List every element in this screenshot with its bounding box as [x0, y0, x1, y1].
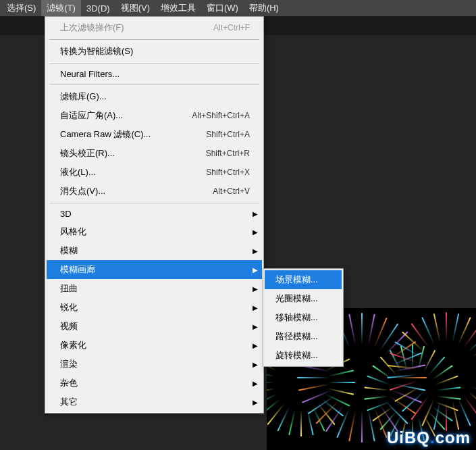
filter-menu-dropdown: 上次滤镜操作(F) Alt+Ctrl+F 转换为智能滤镜(S) Neural F… [45, 16, 264, 414]
menu-separator [49, 63, 259, 64]
menu-view[interactable]: 视图(V) [115, 0, 155, 16]
submenu-path-blur[interactable]: 路径模糊... [265, 327, 342, 346]
menu-convert-smart[interactable]: 转换为智能滤镜(S) [47, 42, 262, 61]
menu-neural-filters[interactable]: Neural Filters... [47, 66, 262, 82]
menu-last-filter: 上次滤镜操作(F) Alt+Ctrl+F [47, 18, 262, 37]
submenu-tilt-shift[interactable]: 移轴模糊... [265, 308, 342, 327]
menu-help[interactable]: 帮助(H) [244, 0, 284, 16]
menu-camera-raw[interactable]: Camera Raw 滤镜(C)... Shift+Ctrl+A [47, 125, 262, 144]
submenu-iris-blur[interactable]: 光圈模糊... [265, 289, 342, 308]
menu-3d[interactable]: 3D(D) [81, 1, 115, 16]
chevron-right-icon: ▶ [253, 399, 258, 406]
menu-liquify[interactable]: 液化(L)... Shift+Ctrl+X [47, 163, 262, 182]
chevron-right-icon: ▶ [253, 228, 258, 236]
menu-pixelate[interactable]: 像素化▶ [47, 336, 262, 355]
chevron-right-icon: ▶ [253, 247, 258, 255]
watermark: UiBQ.com [387, 428, 471, 447]
menu-separator [49, 84, 259, 85]
blur-gallery-submenu: 场景模糊... 光圈模糊... 移轴模糊... 路径模糊... 旋转模糊... [263, 268, 344, 367]
chevron-right-icon: ▶ [253, 342, 258, 349]
menu-distort[interactable]: 扭曲▶ [47, 279, 262, 298]
menu-select[interactable]: 选择(S) [1, 0, 41, 16]
menu-separator [49, 39, 259, 40]
menubar: 选择(S) 滤镜(T) 3D(D) 视图(V) 增效工具 窗口(W) 帮助(H) [0, 0, 476, 16]
menu-lens-correction[interactable]: 镜头校正(R)... Shift+Ctrl+R [47, 144, 262, 163]
chevron-right-icon: ▶ [253, 285, 258, 293]
menu-plugins[interactable]: 增效工具 [155, 0, 201, 16]
menu-blur[interactable]: 模糊▶ [47, 241, 262, 260]
menu-window[interactable]: 窗口(W) [201, 0, 244, 16]
submenu-field-blur[interactable]: 场景模糊... [265, 270, 342, 289]
chevron-right-icon: ▶ [253, 304, 258, 311]
chevron-right-icon: ▶ [253, 266, 258, 274]
menu-filter[interactable]: 滤镜(T) [41, 0, 81, 16]
menu-video[interactable]: 视频▶ [47, 317, 262, 336]
menu-sharpen[interactable]: 锐化▶ [47, 298, 262, 317]
menu-stylize[interactable]: 风格化▶ [47, 222, 262, 241]
menu-adaptive-wide[interactable]: 自适应广角(A)... Alt+Shift+Ctrl+A [47, 106, 262, 125]
menu-render[interactable]: 渲染▶ [47, 355, 262, 374]
chevron-right-icon: ▶ [253, 323, 258, 330]
menu-3d-sub[interactable]: 3D▶ [47, 205, 262, 222]
menu-blur-gallery[interactable]: 模糊画廊▶ [47, 260, 262, 279]
menu-separator [49, 203, 259, 203]
submenu-spin-blur[interactable]: 旋转模糊... [265, 346, 342, 365]
chevron-right-icon: ▶ [253, 380, 258, 387]
menu-vanishing-point[interactable]: 消失点(V)... Alt+Ctrl+V [47, 182, 262, 201]
chevron-right-icon: ▶ [253, 361, 258, 368]
menu-noise[interactable]: 杂色▶ [47, 374, 262, 393]
menu-other[interactable]: 其它▶ [47, 393, 262, 411]
menu-filter-gallery[interactable]: 滤镜库(G)... [47, 87, 262, 106]
chevron-right-icon: ▶ [253, 210, 258, 218]
